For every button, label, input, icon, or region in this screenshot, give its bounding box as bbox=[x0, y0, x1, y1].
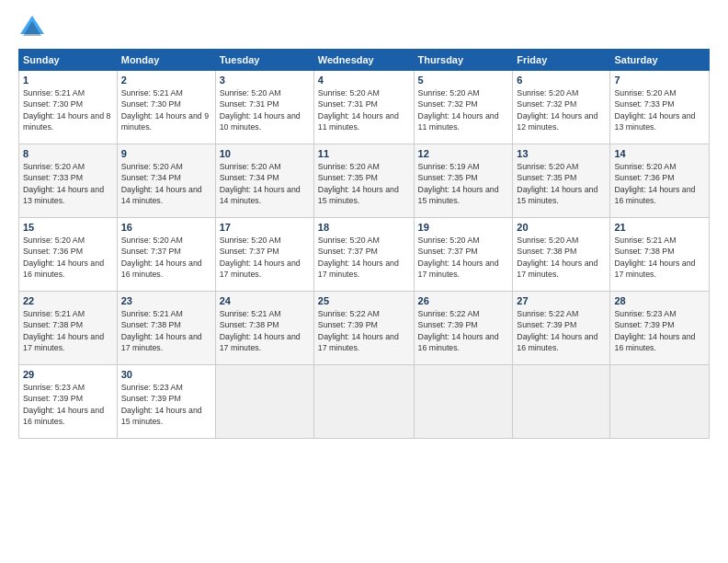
day-info: Sunrise: 5:20 AM Sunset: 7:37 PM Dayligh… bbox=[318, 235, 410, 280]
calendar-cell: 13 Sunrise: 5:20 AM Sunset: 7:35 PM Dayl… bbox=[513, 144, 610, 218]
sunrise-label: Sunrise: 5:20 AM bbox=[318, 236, 380, 245]
calendar-week-5: 29 Sunrise: 5:23 AM Sunset: 7:39 PM Dayl… bbox=[19, 365, 710, 439]
sunrise-label: Sunrise: 5:22 AM bbox=[318, 309, 380, 318]
daylight-label: Daylight: 14 hours and 9 minutes. bbox=[121, 111, 209, 132]
calendar-cell: 25 Sunrise: 5:22 AM Sunset: 7:39 PM Dayl… bbox=[313, 292, 414, 365]
daylight-label: Daylight: 14 hours and 14 minutes. bbox=[220, 185, 301, 205]
day-info: Sunrise: 5:23 AM Sunset: 7:39 PM Dayligh… bbox=[23, 382, 113, 427]
daylight-label: Daylight: 14 hours and 16 minutes. bbox=[23, 406, 104, 426]
day-number: 2 bbox=[121, 75, 211, 86]
sunrise-label: Sunrise: 5:20 AM bbox=[517, 162, 578, 171]
calendar-cell: 12 Sunrise: 5:19 AM Sunset: 7:35 PM Dayl… bbox=[414, 144, 513, 218]
sunset-label: Sunset: 7:37 PM bbox=[121, 247, 181, 256]
calendar-cell bbox=[513, 365, 610, 439]
calendar-cell bbox=[610, 365, 710, 439]
day-number: 17 bbox=[220, 222, 310, 233]
calendar-cell: 6 Sunrise: 5:20 AM Sunset: 7:32 PM Dayli… bbox=[513, 71, 610, 144]
sunset-label: Sunset: 7:30 PM bbox=[121, 99, 181, 109]
calendar: SundayMondayTuesdayWednesdayThursdayFrid… bbox=[18, 49, 710, 439]
sunset-label: Sunset: 7:34 PM bbox=[121, 173, 181, 182]
day-info: Sunrise: 5:20 AM Sunset: 7:37 PM Dayligh… bbox=[220, 235, 310, 280]
weekday-monday: Monday bbox=[117, 50, 215, 71]
sunrise-label: Sunrise: 5:20 AM bbox=[614, 162, 676, 171]
day-info: Sunrise: 5:20 AM Sunset: 7:33 PM Dayligh… bbox=[23, 161, 113, 206]
calendar-cell: 2 Sunrise: 5:21 AM Sunset: 7:30 PM Dayli… bbox=[117, 71, 215, 144]
daylight-label: Daylight: 14 hours and 16 minutes. bbox=[517, 332, 597, 352]
sunset-label: Sunset: 7:38 PM bbox=[614, 247, 674, 256]
calendar-cell: 9 Sunrise: 5:20 AM Sunset: 7:34 PM Dayli… bbox=[117, 144, 215, 218]
sunset-label: Sunset: 7:37 PM bbox=[220, 247, 279, 256]
day-number: 23 bbox=[121, 295, 211, 306]
calendar-cell: 30 Sunrise: 5:23 AM Sunset: 7:39 PM Dayl… bbox=[117, 365, 215, 439]
sunset-label: Sunset: 7:30 PM bbox=[23, 99, 83, 109]
sunset-label: Sunset: 7:39 PM bbox=[418, 320, 478, 329]
sunrise-label: Sunrise: 5:23 AM bbox=[23, 383, 85, 392]
day-info: Sunrise: 5:20 AM Sunset: 7:31 PM Dayligh… bbox=[220, 87, 310, 132]
sunset-label: Sunset: 7:39 PM bbox=[614, 320, 674, 329]
sunset-label: Sunset: 7:38 PM bbox=[220, 320, 279, 329]
daylight-label: Daylight: 14 hours and 16 minutes. bbox=[418, 332, 499, 352]
daylight-label: Daylight: 14 hours and 17 minutes. bbox=[318, 259, 399, 279]
daylight-label: Daylight: 14 hours and 15 minutes. bbox=[517, 185, 597, 205]
calendar-cell: 27 Sunrise: 5:22 AM Sunset: 7:39 PM Dayl… bbox=[513, 292, 610, 365]
day-number: 9 bbox=[121, 148, 211, 159]
day-number: 7 bbox=[614, 75, 705, 86]
day-info: Sunrise: 5:22 AM Sunset: 7:39 PM Dayligh… bbox=[418, 308, 509, 353]
logo bbox=[18, 14, 50, 41]
sunset-label: Sunset: 7:37 PM bbox=[418, 247, 478, 256]
calendar-cell: 17 Sunrise: 5:20 AM Sunset: 7:37 PM Dayl… bbox=[215, 218, 313, 292]
day-info: Sunrise: 5:22 AM Sunset: 7:39 PM Dayligh… bbox=[517, 308, 606, 353]
calendar-cell: 15 Sunrise: 5:20 AM Sunset: 7:36 PM Dayl… bbox=[19, 218, 118, 292]
day-number: 1 bbox=[23, 75, 113, 86]
day-number: 28 bbox=[614, 295, 705, 306]
calendar-cell: 23 Sunrise: 5:21 AM Sunset: 7:38 PM Dayl… bbox=[117, 292, 215, 365]
daylight-label: Daylight: 14 hours and 17 minutes. bbox=[121, 332, 202, 352]
weekday-sunday: Sunday bbox=[19, 50, 118, 71]
weekday-header-row: SundayMondayTuesdayWednesdayThursdayFrid… bbox=[19, 50, 710, 71]
sunrise-label: Sunrise: 5:22 AM bbox=[517, 309, 578, 318]
sunrise-label: Sunrise: 5:19 AM bbox=[418, 162, 480, 171]
day-number: 30 bbox=[121, 369, 211, 380]
calendar-cell: 26 Sunrise: 5:22 AM Sunset: 7:39 PM Dayl… bbox=[414, 292, 513, 365]
calendar-cell: 4 Sunrise: 5:20 AM Sunset: 7:31 PM Dayli… bbox=[313, 71, 414, 144]
sunrise-label: Sunrise: 5:23 AM bbox=[121, 383, 183, 392]
calendar-week-2: 8 Sunrise: 5:20 AM Sunset: 7:33 PM Dayli… bbox=[19, 144, 710, 218]
sunrise-label: Sunrise: 5:20 AM bbox=[23, 236, 85, 245]
sunset-label: Sunset: 7:38 PM bbox=[23, 320, 83, 329]
day-info: Sunrise: 5:20 AM Sunset: 7:36 PM Dayligh… bbox=[614, 161, 705, 206]
sunset-label: Sunset: 7:36 PM bbox=[614, 173, 674, 182]
daylight-label: Daylight: 14 hours and 14 minutes. bbox=[121, 185, 202, 205]
sunset-label: Sunset: 7:38 PM bbox=[121, 320, 181, 329]
sunset-label: Sunset: 7:39 PM bbox=[23, 394, 83, 403]
daylight-label: Daylight: 14 hours and 17 minutes. bbox=[318, 332, 399, 352]
sunset-label: Sunset: 7:31 PM bbox=[318, 99, 378, 109]
daylight-label: Daylight: 14 hours and 17 minutes. bbox=[23, 332, 104, 352]
day-number: 4 bbox=[318, 75, 410, 86]
sunrise-label: Sunrise: 5:20 AM bbox=[418, 236, 480, 245]
daylight-label: Daylight: 14 hours and 16 minutes. bbox=[121, 259, 202, 279]
sunrise-label: Sunrise: 5:20 AM bbox=[220, 88, 281, 98]
day-number: 13 bbox=[517, 148, 606, 159]
calendar-cell bbox=[313, 365, 414, 439]
calendar-cell: 7 Sunrise: 5:20 AM Sunset: 7:33 PM Dayli… bbox=[610, 71, 710, 144]
daylight-label: Daylight: 14 hours and 15 minutes. bbox=[318, 185, 399, 205]
day-info: Sunrise: 5:22 AM Sunset: 7:39 PM Dayligh… bbox=[318, 308, 410, 353]
sunset-label: Sunset: 7:33 PM bbox=[23, 173, 83, 182]
weekday-thursday: Thursday bbox=[414, 50, 513, 71]
calendar-cell: 18 Sunrise: 5:20 AM Sunset: 7:37 PM Dayl… bbox=[313, 218, 414, 292]
day-number: 10 bbox=[220, 148, 310, 159]
day-number: 18 bbox=[318, 222, 410, 233]
daylight-label: Daylight: 14 hours and 17 minutes. bbox=[220, 259, 301, 279]
day-info: Sunrise: 5:21 AM Sunset: 7:30 PM Dayligh… bbox=[23, 87, 113, 132]
calendar-cell: 19 Sunrise: 5:20 AM Sunset: 7:37 PM Dayl… bbox=[414, 218, 513, 292]
day-number: 6 bbox=[517, 75, 606, 86]
calendar-cell: 11 Sunrise: 5:20 AM Sunset: 7:35 PM Dayl… bbox=[313, 144, 414, 218]
weekday-saturday: Saturday bbox=[610, 50, 710, 71]
day-info: Sunrise: 5:21 AM Sunset: 7:38 PM Dayligh… bbox=[220, 308, 310, 353]
sunrise-label: Sunrise: 5:20 AM bbox=[318, 88, 380, 98]
sunset-label: Sunset: 7:33 PM bbox=[614, 99, 674, 109]
sunset-label: Sunset: 7:35 PM bbox=[517, 173, 576, 182]
weekday-tuesday: Tuesday bbox=[215, 50, 313, 71]
calendar-cell bbox=[215, 365, 313, 439]
calendar-header: SundayMondayTuesdayWednesdayThursdayFrid… bbox=[19, 50, 710, 71]
